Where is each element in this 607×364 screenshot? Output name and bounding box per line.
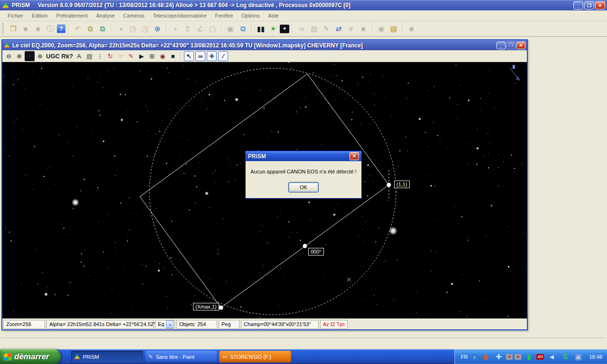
transfer-list-icon[interactable]: ⇄ <box>333 23 344 35</box>
blink-icon: ∞ <box>296 23 307 35</box>
zoom-out-icon[interactable]: ⊖ <box>4 51 14 61</box>
toolbar-separator <box>111 24 112 34</box>
user-icon: ☻ <box>406 23 417 35</box>
menu-fen-tre[interactable]: Fenêtre <box>212 11 237 20</box>
help-icon[interactable]: ? <box>57 25 65 33</box>
telescope-icon[interactable]: ✶ <box>267 23 279 35</box>
globe-icon: ◉ <box>376 23 387 35</box>
taskbar-task-prism[interactable]: PRiSM <box>71 351 143 363</box>
copy-icon[interactable]: ⧉ <box>84 23 96 35</box>
language-indicator[interactable]: FR <box>461 354 468 360</box>
sum-icon: Σ <box>182 23 193 35</box>
eye-icon[interactable]: ◉ <box>157 51 167 61</box>
tray-updates-icon[interactable]: ✚ <box>493 351 504 363</box>
minimize-button[interactable]: _ <box>573 1 583 9</box>
skymap-titlebar[interactable]: Le ciel EQ.2000, Zoom=256, Alpha= 22h15m… <box>2 40 527 50</box>
menu-aide[interactable]: Aide <box>264 11 282 20</box>
prism-logo-icon <box>2 2 9 9</box>
table-icon[interactable]: ⊞ <box>147 51 157 61</box>
tray-app-orange-icon[interactable]: ◉ <box>479 351 491 363</box>
usb-drive-icon: ▭ <box>222 354 227 360</box>
main-toolbar: ❐■■ⓘ?↶⧉⧉◑◳◳⊕+Σ∠▢▣⧉▮▮✶✦∞▥✎⇄#■◉▤☻ <box>0 21 607 37</box>
chevron-down-icon[interactable]: ⌄ <box>166 320 174 328</box>
tray-lan-icon[interactable]: ▣ <box>572 351 584 363</box>
dialog-close-button[interactable]: ✕ <box>349 152 359 160</box>
start-label: démarrer <box>14 352 49 362</box>
rotate-field-icon[interactable]: ↻ <box>105 51 115 61</box>
hand-pointer-icon[interactable]: ☞ <box>116 51 126 61</box>
measure-tool-icon[interactable]: ∕ <box>218 51 228 61</box>
paint-icon: ✎ <box>148 354 153 360</box>
toolbar-separator <box>292 24 293 34</box>
cascade-windows-icon[interactable]: ⧉ <box>237 23 248 35</box>
zoom-in-icon[interactable]: ⊕ <box>14 51 24 61</box>
tray-usb-icon[interactable]: ⇅ <box>559 351 570 363</box>
menu-analyse[interactable]: Analyse <box>92 11 119 20</box>
center-tool-icon[interactable]: ✛ <box>207 51 217 61</box>
catalog-ugc-icon[interactable]: UGC Rk? <box>46 51 74 61</box>
taskbar-task-usb-drive[interactable]: ▭ STORE'N'GO (F:) <box>219 351 291 363</box>
toolbar-separator <box>221 24 222 34</box>
status-coordinates: Alpha= 22h15m52.841s Delta= +22°56'24.52… <box>46 320 154 329</box>
markers-icon[interactable]: ⋮ <box>95 51 105 61</box>
prism-task-icon <box>74 354 80 359</box>
menu-telescope-observatoire[interactable]: Telescope/observatoire <box>149 11 210 20</box>
main-titlebar: PRiSM Version 8.0.9 06/07/2012 {TU : 13/… <box>0 0 607 10</box>
zoom-time-icon[interactable]: ⊕ <box>152 23 163 35</box>
toolbar-separator <box>372 24 373 34</box>
tray-network-offline-icon[interactable]: ✕ <box>506 354 513 360</box>
tray-ati-icon[interactable]: ATI <box>536 354 544 360</box>
info-icon: ⓘ <box>45 23 56 35</box>
main-window-title: PRiSM Version 8.0.9 06/07/2012 {TU : 13/… <box>12 2 570 9</box>
camera-icon: ▣ <box>225 23 236 35</box>
search-tool-icon[interactable]: ∞ <box>195 51 205 61</box>
toolbar-grip[interactable] <box>2 23 4 35</box>
font-icon[interactable]: A <box>74 51 84 61</box>
undo-icon: ↶ <box>72 23 83 35</box>
skymap-maximize-button: ❐ <box>506 42 515 49</box>
map-label-corner: (1,1) <box>394 181 410 188</box>
restore-button[interactable]: ❐ <box>584 1 594 9</box>
toolbar-separator <box>166 24 167 34</box>
grid-icon: # <box>345 23 357 35</box>
dialog-titlebar[interactable]: PRiSM ✕ <box>246 151 361 161</box>
status-modes: Az fZ Tpc <box>320 320 348 329</box>
skymap-icon[interactable]: ✦ <box>280 25 289 33</box>
status-frame-dropdown[interactable]: Eq⌄ <box>155 320 175 329</box>
menu-fichier[interactable]: Fichier <box>4 11 27 20</box>
histogram-icon[interactable]: ▮▮ <box>255 23 267 35</box>
toolbar-separator <box>180 51 181 61</box>
start-button[interactable]: démarrer <box>0 349 61 364</box>
tray-battery-icon[interactable]: ▮ <box>523 351 534 363</box>
tray-volume-icon[interactable]: ◄ <box>546 351 557 363</box>
globe-grid-icon[interactable]: ⊕ <box>35 51 45 61</box>
sky-settings-icon[interactable]: ✦ <box>25 51 35 61</box>
skymap-window-icon <box>4 43 10 48</box>
menu-options[interactable]: Options <box>238 11 264 20</box>
profile-icon: ∠ <box>194 23 206 35</box>
save-all-icon: ■ <box>32 23 44 35</box>
paste-icon[interactable]: ⧉ <box>97 23 108 35</box>
play-icon[interactable]: ▶ <box>137 51 147 61</box>
draw-icon[interactable]: ✎ <box>126 51 136 61</box>
print-icon[interactable]: ▤ <box>84 51 94 61</box>
tray-collapse-icon[interactable]: ‹ <box>471 354 478 360</box>
selection-icon: ▢ <box>207 23 218 35</box>
blank-icon: ■ <box>168 51 178 61</box>
open-file-icon[interactable]: ❐ <box>8 23 19 35</box>
menu-cam-ras[interactable]: Caméras <box>120 11 148 20</box>
filmstrip-icon[interactable]: ▤ <box>388 23 399 35</box>
menu-edition[interactable]: Edition <box>28 11 52 20</box>
tray-network-offline2-icon[interactable]: ✕ <box>515 354 521 360</box>
dialog-ok-button[interactable]: OK <box>288 182 319 192</box>
cursor-tool-icon[interactable]: ↖ <box>184 51 194 61</box>
taskbar: démarrer PRiSM ✎ Sans titre - Paint ▭ ST… <box>0 349 607 364</box>
skymap-close-button[interactable]: ✕ <box>516 42 525 49</box>
close-button[interactable]: ✕ <box>595 1 605 9</box>
taskbar-task-paint[interactable]: ✎ Sans titre - Paint <box>145 351 217 363</box>
status-field: Champ=00°44'39"x00°21'53" <box>241 320 319 329</box>
skymap-minimize-button[interactable]: _ <box>497 42 506 49</box>
map-label-angle: 000° <box>308 248 324 255</box>
dialog-message: Aucun appareil CANON EOS n'a été détecté… <box>249 169 358 174</box>
menu-pr-traitement[interactable]: Prétraitement <box>53 11 92 20</box>
